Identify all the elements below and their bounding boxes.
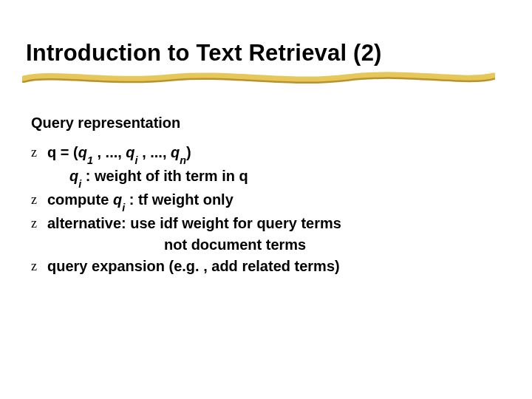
- sub-line-1b: qi : weight of ith term in q: [31, 166, 341, 189]
- txt: : weight of ith term in q: [81, 168, 248, 184]
- sub-i: i: [78, 178, 81, 190]
- var-q: q: [113, 191, 122, 208]
- bullet-icon: z: [31, 256, 47, 277]
- txt: q = (: [47, 144, 78, 160]
- var-q: q: [78, 144, 87, 160]
- section-heading: Query representation: [31, 115, 180, 132]
- title-underline: [22, 69, 495, 91]
- sub-n: n: [180, 154, 186, 166]
- sub-1: 1: [87, 154, 93, 166]
- sub-i: i: [122, 202, 125, 214]
- sub-i: i: [135, 154, 138, 166]
- bullet-line-1: z q = (q1 , ..., qi , ..., qn): [31, 142, 341, 166]
- body-text: z q = (q1 , ..., qi , ..., qn) qi : weig…: [31, 142, 341, 277]
- close: ): [186, 144, 191, 160]
- bullet-icon: z: [31, 142, 47, 163]
- txt: compute: [47, 191, 113, 208]
- var-q: q: [171, 144, 180, 160]
- line-content: query expansion (e.g. , add related term…: [47, 256, 341, 277]
- bullet-line-3: z alternative: use idf weight for query …: [31, 213, 341, 234]
- var-q: q: [69, 168, 78, 184]
- sep: , ...,: [138, 144, 171, 160]
- bullet-icon: z: [31, 189, 47, 211]
- line-content: alternative: use idf weight for query te…: [47, 213, 341, 234]
- slide-title: Introduction to Text Retrieval (2): [26, 40, 382, 66]
- line-content: q = (q1 , ..., qi , ..., qn): [47, 142, 341, 166]
- slide: Introduction to Text Retrieval (2) Query…: [0, 0, 532, 399]
- bullet-line-2: z compute qi : tf weight only: [31, 189, 341, 213]
- bullet-icon: z: [31, 213, 47, 234]
- var-q: q: [126, 144, 134, 160]
- bullet-line-4: z query expansion (e.g. , add related te…: [31, 256, 341, 277]
- line-content: compute qi : tf weight only: [47, 189, 341, 213]
- sep: , ...,: [93, 144, 126, 160]
- txt: : tf weight only: [125, 191, 233, 208]
- sub-line-3b: not document terms: [31, 234, 341, 256]
